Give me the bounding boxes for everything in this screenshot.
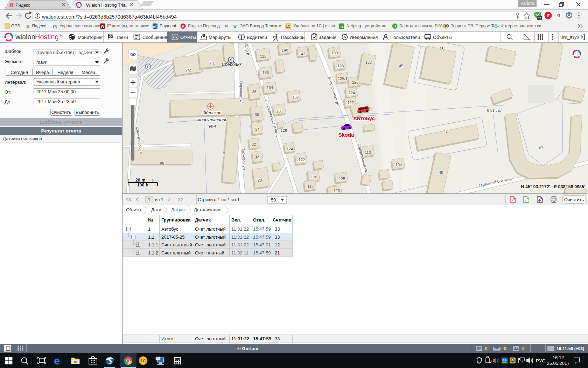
svg-text:1.1: 1.1 [148, 234, 154, 240]
svg-text:49: 49 [439, 170, 443, 175]
svg-text:№: № [148, 217, 153, 223]
svg-text:123: 123 [334, 189, 340, 193]
svg-text:G: G [53, 23, 57, 29]
svg-text:Счет платный: Счет платный [161, 250, 191, 255]
svg-text:Я: Я [546, 13, 550, 18]
svg-text:36: 36 [255, 113, 259, 117]
svg-text:Счет льготный: Счет льготный [195, 242, 226, 247]
svg-text:1: 1 [148, 226, 150, 232]
svg-text:138: 138 [260, 54, 266, 59]
svg-text:Работа: Работа [520, 1, 534, 6]
svg-text:132: 132 [365, 60, 372, 64]
svg-text:11:32:11: 11:32:11 [231, 250, 248, 255]
svg-text:1С: 1С [286, 25, 290, 28]
svg-text:из 1: из 1 [155, 197, 163, 202]
svg-text:15:47:59: 15:47:59 [253, 250, 271, 255]
svg-text:Автобус: Автобус [353, 115, 375, 121]
svg-text:Сбербанк: Сбербанк [222, 62, 242, 67]
svg-text:Откл.: Откл. [253, 217, 265, 223]
svg-text:P: P [147, 65, 149, 69]
svg-text:15:47:59: 15:47:59 [253, 226, 271, 232]
svg-text:110: 110 [365, 150, 371, 155]
svg-text:Группировка: Группировка [161, 217, 191, 223]
svg-text:143: 143 [299, 52, 305, 56]
svg-text:38: 38 [252, 90, 256, 94]
svg-text:N 45° 03.2172' ; E 038° 58.098: N 45° 03.2172' ; E 038° 58.0985' [521, 184, 585, 189]
svg-text:47: 47 [443, 129, 448, 134]
svg-text:11:31:22: 11:31:22 [231, 336, 249, 341]
svg-text:e: e [54, 355, 60, 367]
svg-text:n: n [341, 24, 343, 28]
svg-text:2017-05-25: 2017-05-25 [161, 234, 185, 240]
svg-text:15:47:59: 15:47:59 [253, 336, 271, 341]
svg-text:V: V [233, 23, 237, 29]
svg-text:33: 33 [275, 226, 280, 232]
svg-text:43: 43 [439, 47, 443, 51]
svg-text:Женская: Женская [203, 110, 221, 115]
svg-text:wialon: wialon [15, 33, 35, 41]
svg-text:140: 140 [282, 48, 288, 52]
svg-text:Wialon Hosting Trial: Wialon Hosting Trial [86, 2, 127, 8]
svg-text:30: 30 [255, 156, 259, 160]
svg-text:104: 104 [396, 163, 402, 167]
svg-text:33: 33 [275, 336, 280, 341]
svg-text:7/1: 7/1 [209, 61, 215, 65]
svg-text:11:31:22: 11:31:22 [231, 242, 249, 247]
svg-text:Я: Я [557, 13, 560, 18]
svg-text:Строки с 1 по 1 из 1: Строки с 1 по 1 из 1 [198, 197, 240, 202]
svg-text:Очистить: Очистить [564, 197, 584, 202]
svg-text:Счет льготный: Счет льготный [195, 226, 226, 232]
svg-text:20 m: 20 m [135, 178, 146, 183]
svg-text:11:31:22: 11:31:22 [231, 226, 249, 232]
svg-text:Яндекс: Яндекс [15, 3, 30, 8]
svg-text:125: 125 [339, 177, 345, 181]
svg-text:67/1 стр: 67/1 стр [487, 108, 501, 113]
svg-text:консультация: консультация [198, 117, 227, 122]
svg-text:Hosting: Hosting [35, 33, 59, 41]
svg-text:Парковая ул.: Парковая ул. [239, 81, 244, 104]
svg-text:130: 130 [331, 51, 338, 55]
svg-text:96: 96 [160, 161, 164, 165]
svg-text:126/1: 126/1 [338, 76, 348, 81]
svg-text:1С: 1С [140, 358, 146, 363]
svg-text:0: 0 [522, 346, 525, 351]
svg-text:x: x [525, 199, 526, 202]
svg-text:7/2: 7/2 [186, 68, 191, 72]
svg-text:16:12: 16:12 [553, 355, 564, 360]
svg-text:Датчик: Датчик [171, 207, 186, 212]
svg-text:126: 126 [281, 128, 287, 132]
svg-text:© Gurtam: © Gurtam [237, 346, 258, 351]
svg-text:Вкл.: Вкл. [231, 217, 241, 223]
svg-text:1: 1 [148, 197, 150, 202]
svg-text:32: 32 [252, 142, 256, 146]
svg-text:№4: №4 [209, 124, 216, 129]
svg-text:Счет платный: Счет платный [195, 250, 224, 255]
svg-text:15:47:01: 15:47:01 [253, 242, 271, 247]
svg-text:1.1.2: 1.1.2 [148, 250, 158, 255]
svg-text:100 ft: 100 ft [137, 183, 149, 188]
svg-text:134: 134 [267, 86, 273, 90]
svg-text:Автобус: Автобус [161, 226, 178, 232]
svg-text:Дата: Дата [151, 207, 162, 212]
svg-text:1.1.1: 1.1.1 [148, 242, 158, 247]
svg-text:Счет льготный: Счет льготный [195, 336, 226, 341]
svg-text:45: 45 [399, 64, 403, 68]
svg-text:21: 21 [275, 250, 280, 255]
svg-text:126: 126 [352, 80, 358, 84]
svg-text:34: 34 [255, 127, 259, 131]
svg-text:128: 128 [337, 64, 344, 68]
svg-text:Счетчик: Счетчик [273, 217, 291, 223]
svg-text:122: 122 [299, 158, 305, 162]
svg-text:Детализация: Детализация [194, 207, 221, 212]
svg-text:Датчик: Датчик [195, 217, 211, 223]
svg-text:Счет льготный: Счет льготный [195, 234, 226, 240]
svg-text:A: A [182, 24, 184, 28]
svg-text:118: 118 [307, 184, 314, 189]
svg-text:28: 28 [258, 178, 262, 182]
svg-text:0: 0 [485, 346, 488, 351]
svg-text:$: $ [230, 58, 232, 62]
svg-text:120: 120 [311, 175, 317, 179]
svg-text:7: 7 [223, 152, 225, 156]
svg-text:67: 67 [539, 146, 543, 150]
svg-text:12: 12 [275, 242, 280, 247]
